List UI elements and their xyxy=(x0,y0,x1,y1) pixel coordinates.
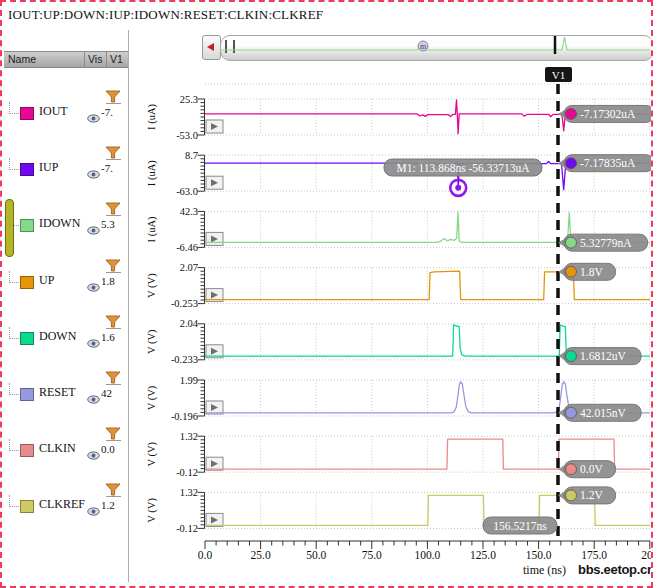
signal-color-swatch xyxy=(20,276,34,289)
tree-branch-icon xyxy=(9,158,19,170)
visibility-eye-icon[interactable] xyxy=(87,165,100,183)
cursor-point-dot xyxy=(566,266,577,277)
row-play-button[interactable] xyxy=(206,401,223,414)
signal-color-swatch xyxy=(20,107,34,120)
waveform-DOWN xyxy=(205,325,650,356)
cursor-badge-UP: 1.8V xyxy=(558,263,616,280)
row-play-button[interactable] xyxy=(206,120,223,133)
signal-row-IUP[interactable]: IUP-7. xyxy=(2,146,128,190)
m1-marker[interactable]: M1: 113.868ns -56.33713uA xyxy=(384,159,542,196)
waveform-viewer-window: IOUT:UP:DOWN:IUP:IDOWN:RESET:CLKIN:CLKRE… xyxy=(0,0,653,588)
y-min-label: -0.196 xyxy=(171,411,198,422)
waveform-UP xyxy=(205,271,650,300)
visibility-eye-icon[interactable] xyxy=(87,334,100,352)
y-axis-unit: V (V) xyxy=(146,329,158,354)
cursor-badge-IOUT: -7.17302uA xyxy=(558,105,653,122)
signal-name: DOWN xyxy=(39,329,76,344)
cursor-badge-text: -7.17302uA xyxy=(580,108,636,120)
time-tick-label: 125.0 xyxy=(470,549,496,561)
y-min-label: -0.12 xyxy=(176,467,198,478)
y-min-label: -0.253 xyxy=(171,298,198,309)
play-icon xyxy=(211,404,218,411)
svg-text:156.5217ns: 156.5217ns xyxy=(493,520,547,532)
m1-target-icon[interactable] xyxy=(450,180,466,196)
visibility-eye-icon[interactable] xyxy=(87,502,100,520)
y-max-label: 2.07 xyxy=(180,262,198,273)
signal-row-IOUT[interactable]: IOUT-7. xyxy=(2,90,128,134)
plot-row-RESET: 1.99-0.196V (V) xyxy=(146,375,650,422)
y-axis-unit: V (V) xyxy=(146,441,158,466)
signal-row-IDOWN[interactable]: IDOWN5.3 xyxy=(2,202,128,246)
play-icon xyxy=(211,179,218,186)
signal-name: CLKREF xyxy=(39,497,85,512)
time-tick-label: 175.0 xyxy=(581,549,607,561)
signal-v1-value: 5.3 xyxy=(101,218,126,230)
navigator-left-button[interactable] xyxy=(202,35,221,60)
visibility-eye-icon[interactable] xyxy=(87,278,100,296)
visibility-eye-icon[interactable] xyxy=(87,390,100,408)
play-icon xyxy=(211,123,218,130)
tree-branch-icon xyxy=(9,102,19,114)
signal-name: IDOWN xyxy=(39,216,80,231)
visibility-eye-icon[interactable] xyxy=(87,221,100,239)
signal-row-RESET[interactable]: RESET42 xyxy=(2,371,128,415)
y-max-label: 1.99 xyxy=(180,375,198,386)
plot-row-DOWN: 2.04-0.233V (V) xyxy=(146,318,650,365)
cursor-badge-text: 0.0V xyxy=(580,463,603,475)
waveform-RESET xyxy=(205,382,650,413)
visibility-eye-icon[interactable] xyxy=(87,109,100,127)
row-play-button[interactable] xyxy=(206,289,223,302)
cursor-badge-text: 42.015nV xyxy=(580,407,626,419)
navigator-grip-icon[interactable] xyxy=(225,40,235,53)
y-axis-ruler xyxy=(198,436,205,472)
signal-row-UP[interactable]: UP1.8 xyxy=(2,259,128,303)
plot-row-UP: 2.07-0.253V (V) xyxy=(146,262,650,309)
waveform-CLKIN xyxy=(205,439,650,469)
waveform-IDOWN xyxy=(205,212,650,242)
cursor-badge-text: 1.6812uV xyxy=(580,350,626,362)
y-axis-unit: I (uA) xyxy=(146,104,158,130)
waveform-IOUT xyxy=(205,100,650,134)
visibility-eye-icon[interactable] xyxy=(87,446,100,464)
signal-row-CLKREF[interactable]: CLKREF1.2 xyxy=(2,483,128,527)
time-tick-label: 25.0 xyxy=(251,549,271,561)
y-min-label: -0.12 xyxy=(176,523,198,534)
cursor-badge-IDOWN: 5.32779nA xyxy=(558,234,648,251)
y-axis-ruler xyxy=(198,99,205,135)
row-play-button[interactable] xyxy=(206,513,223,526)
left-arrow-icon xyxy=(207,43,214,51)
time-axis-label: time (ns) xyxy=(494,563,566,578)
signal-row-DOWN[interactable]: DOWN1.6 xyxy=(2,315,128,359)
row-play-button[interactable] xyxy=(206,232,223,245)
signal-name: IUP xyxy=(39,160,58,175)
cursor-badge-RESET: 42.015nV xyxy=(558,404,641,421)
y-axis-unit: V (V) xyxy=(146,385,158,410)
play-icon xyxy=(211,292,218,299)
signal-name: RESET xyxy=(39,385,76,400)
row-play-button[interactable] xyxy=(206,345,223,358)
panel-divider xyxy=(128,30,129,582)
y-axis-ruler xyxy=(198,211,205,247)
tree-branch-icon xyxy=(9,271,19,283)
navigator-scrollbar[interactable] xyxy=(220,35,653,61)
v1-cursor-label[interactable]: V1 xyxy=(545,67,572,82)
signal-v1-value: 1.2 xyxy=(101,499,126,511)
y-axis-ruler xyxy=(198,380,205,416)
cursor-point-dot xyxy=(566,490,577,501)
plot-row-IDOWN: 42.3-6.46I (uA) xyxy=(146,206,650,253)
y-min-label: -63.0 xyxy=(176,186,198,197)
row-play-button[interactable] xyxy=(206,457,223,470)
row-play-button[interactable] xyxy=(206,176,223,189)
signal-color-swatch xyxy=(20,219,34,232)
cursor-point-dot xyxy=(566,351,577,362)
signal-name: CLKIN xyxy=(39,441,76,456)
cursor-point-dot xyxy=(566,464,577,475)
y-max-label: 2.04 xyxy=(180,318,199,329)
cursor-badge-DOWN: 1.6812uV xyxy=(558,348,641,365)
signal-row-CLKIN[interactable]: CLKIN0.0 xyxy=(2,427,128,471)
y-axis-ruler xyxy=(198,324,205,360)
signal-v1-value: 42 xyxy=(101,387,126,399)
plot-row-CLKREF: 1.32-0.12V (V) xyxy=(146,487,650,534)
signal-v1-value: -7. xyxy=(101,162,126,174)
time-tick-label: 150.0 xyxy=(526,549,552,561)
